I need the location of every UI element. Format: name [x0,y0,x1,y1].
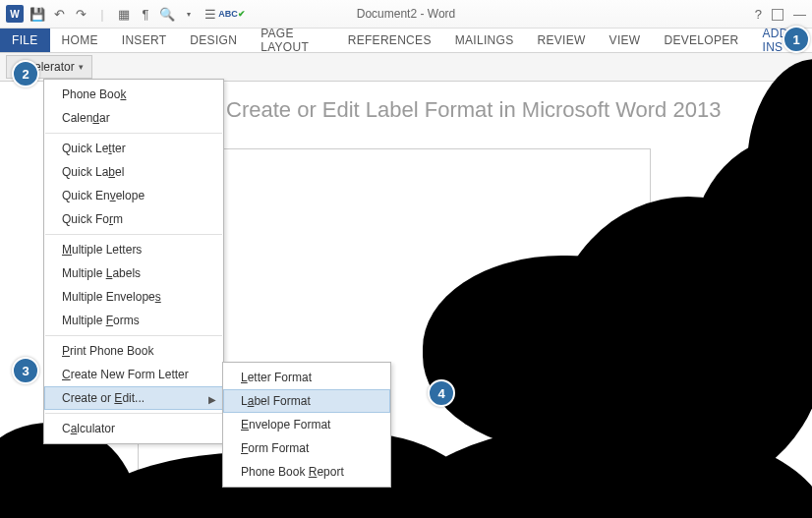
create-or-edit-submenu: Letter Format Label Format Envelope Form… [222,362,391,488]
qat-dropdown-icon[interactable]: ▾ [181,6,197,22]
menu-separator [45,335,222,336]
menu-separator [45,234,222,235]
menu-calculator[interactable]: Calculator [44,417,223,440]
quick-access-toolbar: 💾 ↶ ↷ | ▦ ¶ 🔍 ▾ ☰ ABC✔ [29,6,240,22]
submenu-phone-book-report[interactable]: Phone Book Report [223,460,390,484]
menu-quick-envelope[interactable]: Quick Envelope [44,184,223,207]
minimize-icon[interactable]: — [793,7,806,22]
redo-icon[interactable]: ↷ [73,6,88,22]
accelerator-menu: Phone Book Calendar Quick Letter Quick L… [43,79,224,444]
table-icon[interactable]: ▦ [116,6,132,22]
tab-insert[interactable]: INSERT [110,29,179,52]
tab-review[interactable]: REVIEW [525,29,597,52]
menu-quick-label[interactable]: Quick Label [44,160,223,184]
menu-multiple-forms[interactable]: Multiple Forms [44,309,223,332]
word-app-icon: W [6,5,24,23]
help-icon[interactable]: ? [755,7,762,22]
menu-create-or-edit[interactable]: Create or Edit... ▶ [44,386,223,410]
menu-multiple-labels[interactable]: Multiple Labels [44,261,223,285]
callout-badge-4: 4 [428,379,455,407]
tab-references[interactable]: REFERENCES [336,29,443,52]
menu-multiple-letters[interactable]: Multiple Letters [44,238,223,261]
page-title: Create or Edit Label Format in Microsoft… [226,97,721,123]
callout-badge-2: 2 [12,60,39,87]
menu-quick-form[interactable]: Quick Form [44,207,223,231]
submenu-label-format[interactable]: Label Format [223,389,390,413]
paragraph-icon[interactable]: ¶ [138,6,153,22]
tab-mailings[interactable]: MAILINGS [443,29,526,52]
tab-file[interactable]: FILE [0,29,50,52]
qat-sep: | [94,6,110,22]
menu-separator [45,133,222,134]
menu-quick-letter[interactable]: Quick Letter [44,137,223,160]
tab-view[interactable]: VIEW [598,29,653,52]
submenu-envelope-format[interactable]: Envelope Format [223,413,390,436]
ribbon-options-icon[interactable] [772,9,783,21]
spellcheck-icon[interactable]: ABC✔ [224,6,240,22]
callout-badge-3: 3 [12,357,39,384]
menu-multiple-envelopes[interactable]: Multiple Envelopes [44,285,223,309]
window-controls: ? — [755,0,806,28]
menu-separator [45,413,222,414]
menu-phone-book[interactable]: Phone Book [44,83,223,106]
callout-badge-1: 1 [783,26,810,53]
ribbon-tabs: FILE HOME INSERT DESIGN PAGE LAYOUT REFE… [0,29,812,53]
submenu-arrow-icon: ▶ [208,392,216,408]
find-icon[interactable]: 🔍 [159,6,175,22]
undo-icon[interactable]: ↶ [51,6,67,22]
title-bar: W 💾 ↶ ↷ | ▦ ¶ 🔍 ▾ ☰ ABC✔ Document2 - Wor… [0,0,812,29]
tab-developer[interactable]: DEVELOPER [652,29,750,52]
ink-overlay [423,256,718,452]
menu-calendar[interactable]: Calendar [44,106,223,130]
tab-design[interactable]: DESIGN [178,29,249,52]
ribbon-body: Accelerator ▾ [0,53,812,82]
submenu-letter-format[interactable]: Letter Format [223,366,390,389]
menu-print-phone-book[interactable]: Print Phone Book [44,339,223,363]
list-icon[interactable]: ☰ [203,6,218,22]
caret-down-icon: ▾ [79,62,84,72]
tab-page-layout[interactable]: PAGE LAYOUT [249,29,336,52]
menu-create-new-form-letter[interactable]: Create New Form Letter [44,363,223,386]
submenu-form-format[interactable]: Form Format [223,436,390,460]
save-icon[interactable]: 💾 [29,6,45,22]
tab-home[interactable]: HOME [50,29,110,52]
